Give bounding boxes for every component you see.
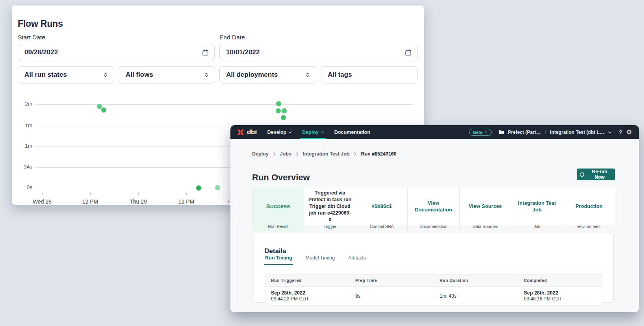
chevron-right-icon [296,152,299,156]
cell-prep-time: 9s [350,293,434,299]
beta-label: Beta [473,130,483,135]
desktop: Flow Runs Start Date 09/28/2022 End Date… [0,0,644,326]
y-axis-tick-label: 2m [15,101,32,107]
card-run-result: Success Run Result [252,187,304,232]
card-environment: Production Environment [563,187,615,232]
chevron-down-icon [321,131,324,133]
y-axis-tick-label: 1m [15,122,32,128]
flow-run-point[interactable] [196,185,201,191]
x-axis-tick-mark [186,193,187,195]
rerun-now-button[interactable]: Re-run Now [577,169,615,180]
breadcrumb-run: Run #85249160 [361,151,396,157]
flow-run-point[interactable] [281,115,286,120]
flow-run-point[interactable] [215,185,220,190]
flow-run-point[interactable] [276,108,281,113]
nav-deploy-label: Deploy [302,130,319,135]
dbt-navbar: dbt Develop Deploy Documentation Beta Pr… [230,125,639,139]
dbt-logo[interactable]: dbt [237,128,257,136]
dbt-logo-text: dbt [247,128,257,136]
cell-run-duration: 1m, 43s [434,293,518,299]
y-axis-tick-label: 0s [15,184,32,190]
run-result-value: Success [266,202,290,210]
card-label: Data Sources [460,224,511,229]
header-run-duration: Run Duration [434,278,518,283]
x-axis-tick-mark [138,193,139,195]
breadcrumb-separator: / [545,130,546,135]
card-trigger: Triggered via Prefect in task run Trigge… [304,187,356,232]
run-triggered-time: 03:44:22 PM CDT [271,296,350,302]
run-timing-table: Run Triggered Prep Time Run Duration Com… [265,274,603,306]
flow-run-point[interactable] [101,107,106,113]
run-overview-title: Run Overview [252,172,310,183]
card-label: Job [511,224,562,229]
x-axis-tick-label: Wed 28 [28,198,56,205]
cell-run-triggered: Sep 28th, 2022 03:44:22 PM CDT [265,290,350,302]
header-completed: Completed [518,278,603,283]
x-axis-tick-mark [90,193,91,195]
chevron-down-icon [288,131,292,133]
flow-run-point[interactable] [282,108,287,113]
breadcrumb-jobs[interactable]: Jobs [280,151,291,157]
breadcrumb-job[interactable]: Integration Test Job [303,151,350,157]
project-name[interactable]: Integration Test (dbt L… [550,130,604,135]
nav-documentation[interactable]: Documentation [334,125,370,139]
y-axis-tick-label: 1m [15,143,32,149]
table-header-row: Run Triggered Prep Time Run Duration Com… [265,274,603,287]
refresh-icon [579,172,585,177]
details-tabs: Run Timing Model Timing Artifacts [264,255,603,265]
rerun-now-label: Re-run Now [587,169,612,180]
tab-run-timing[interactable]: Run Timing [264,255,293,265]
help-icon[interactable]: ? [619,129,622,135]
x-axis-tick-label: Thu 29 [124,198,152,205]
card-label: Run Result [252,224,304,229]
chevron-down-icon [484,131,488,133]
job-link[interactable]: Integration Test Job [515,200,559,213]
nav-develop-label: Develop [267,130,287,135]
dbt-window: dbt Develop Deploy Documentation Beta Pr… [230,125,639,312]
view-documentation-link[interactable]: View Documentation [411,200,455,213]
card-label: Documentation [408,224,459,229]
x-axis-tick-label: 12 PM [76,198,104,205]
card-commit-sha: #6b86c1 Commit SHA [356,187,408,232]
x-axis-tick-mark [42,193,43,195]
environment-link[interactable]: Production [575,203,603,210]
completed-date: Sep 28th, 2022 [524,290,603,296]
header-run-triggered: Run Triggered [265,278,350,283]
trigger-value: Triggered via Prefect in task run Trigge… [308,190,352,223]
card-job: Integration Test Job Job [511,187,563,232]
details-card: Details Run Timing Model Timing Artifact… [254,233,614,303]
cell-completed: Sep 28th, 2022 03:46:16 PM CDT [518,290,603,302]
nav-develop[interactable]: Develop [267,125,292,139]
flow-run-point[interactable] [276,101,281,106]
card-label: Commit SHA [356,224,407,229]
card-data-sources: View Sources Data Sources [460,187,511,232]
run-summary-cards: Success Run Result Triggered via Prefect… [252,187,615,226]
card-documentation: View Documentation Documentation [408,187,459,232]
account-name[interactable]: Prefect (Part… [508,130,541,135]
breadcrumb-deploy[interactable]: Deploy [252,151,269,157]
beta-dropdown[interactable]: Beta [469,129,492,136]
dbt-logo-icon [237,128,245,136]
navbar-right-group: Beta Prefect (Part… / Integration Test (… [469,129,632,136]
chevron-right-icon [273,152,276,156]
card-label: Environment [563,224,615,229]
x-axis-tick-label: 12 PM [173,198,200,205]
table-row: Sep 28th, 2022 03:44:22 PM CDT 9s 1m, 43… [265,287,603,305]
nav-deploy[interactable]: Deploy [302,125,324,139]
card-label: Trigger [304,224,355,229]
details-title: Details [264,247,286,255]
nav-documentation-label: Documentation [334,130,370,135]
chevron-down-icon[interactable] [608,131,612,133]
header-prep-time: Prep Time [350,278,434,283]
run-triggered-date: Sep 28th, 2022 [271,290,350,296]
flow-run-point[interactable] [97,104,102,109]
breadcrumb: Deploy Jobs Integration Test Job Run #85… [252,151,397,157]
y-axis-tick-label: 34s [15,164,32,170]
completed-time: 03:46:16 PM CDT [524,296,603,302]
tab-model-timing[interactable]: Model Timing [305,255,336,265]
commit-sha-link[interactable]: #6b86c1 [371,203,392,210]
gear-icon[interactable]: ⚙ [626,129,632,135]
folder-icon [499,130,504,135]
view-sources-link[interactable]: View Sources [469,203,502,210]
tab-artifacts[interactable]: Artifacts [347,255,367,265]
